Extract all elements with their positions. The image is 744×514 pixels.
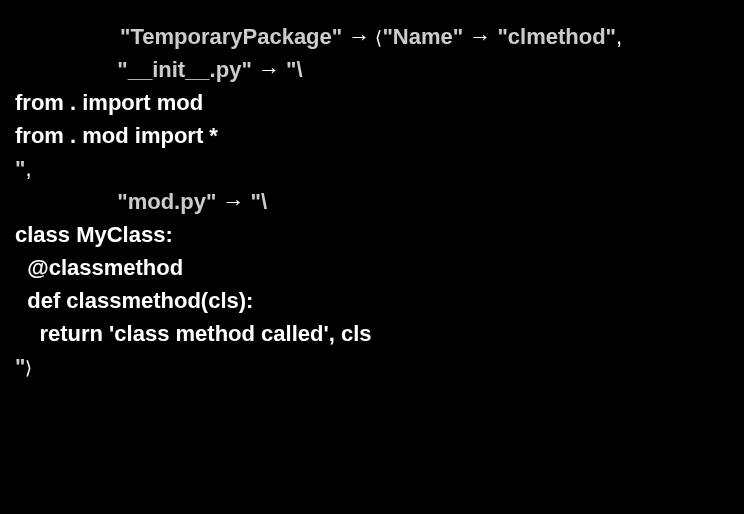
code-line-8: @classmethod — [15, 251, 724, 284]
arrow-icon: → — [469, 24, 491, 49]
code-line-4: from . mod import * — [15, 119, 724, 152]
code-line-3: from . import mod — [15, 86, 724, 119]
code-line-1: "TemporaryPackage" → ⟨"Name" → "clmethod… — [15, 20, 724, 53]
string-literal: "\ — [251, 189, 268, 214]
arrow-icon: → — [258, 57, 280, 82]
string-literal: " — [15, 156, 25, 181]
code-line-10: return 'class method called', cls — [15, 317, 724, 350]
code-line-6: "mod.py" → "\ — [15, 185, 724, 218]
string-literal: "Name" — [382, 24, 463, 49]
code-line-7: class MyClass: — [15, 218, 724, 251]
string-literal: " — [15, 354, 25, 379]
string-literal: "TemporaryPackage" — [120, 24, 342, 49]
string-literal: "__init__.py" — [117, 57, 252, 82]
string-literal: "clmethod" — [497, 24, 616, 49]
code-line-9: def classmethod(cls): — [15, 284, 724, 317]
code-line-2: "__init__.py" → "\ — [15, 53, 724, 86]
string-literal: "\ — [286, 57, 303, 82]
code-line-11: "⟩ — [15, 350, 724, 383]
arrow-icon: → — [348, 24, 370, 49]
arrow-icon: → — [222, 189, 244, 214]
code-line-5: ", — [15, 152, 724, 185]
string-literal: "mod.py" — [117, 189, 216, 214]
